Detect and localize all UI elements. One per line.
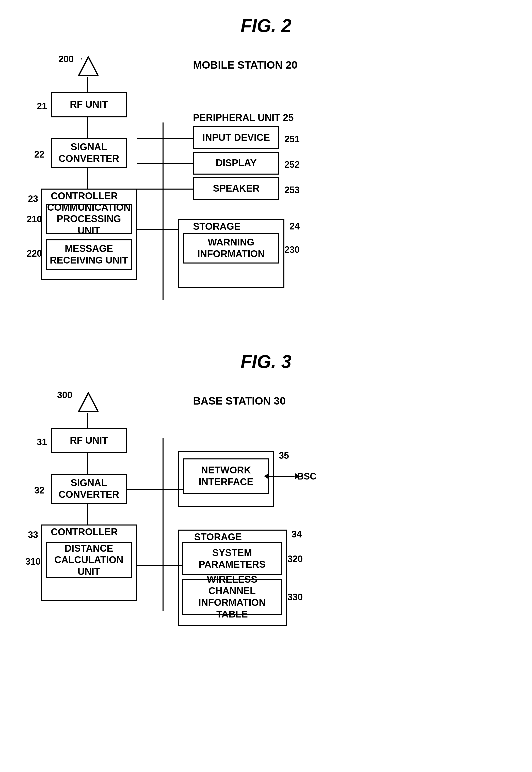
page: FIG. 2 MOBILE STATION 20 200 RF UNIT 21 … [0, 0, 532, 772]
line-sc-ctrl-fig3 [87, 504, 88, 525]
rf-unit-box-fig3: RF UNIT [51, 428, 127, 453]
mobile-station-label: MOBILE STATION 20 [193, 59, 297, 71]
bsc-line [269, 476, 295, 477]
warning-info-id: 230 [284, 244, 300, 255]
wireless-channel-id: 330 [287, 592, 303, 603]
input-device-box: INPUT DEVICE [193, 126, 279, 149]
signal-converter-box-fig3: SIGNAL CONVERTER [51, 474, 127, 504]
h-line-ctrl-storage-fig3 [137, 565, 183, 566]
ctrl-id-fig2: 23 [28, 194, 38, 204]
display-box: DISPLAY [193, 152, 279, 175]
storage-label-fig2: STORAGE [193, 221, 240, 232]
signal-converter-box-fig2: SIGNAL CONVERTER [51, 138, 127, 168]
distance-calc-id: 310 [25, 556, 41, 567]
storage-label-fig3: STORAGE [194, 532, 242, 543]
h-line-to-speaker [137, 188, 193, 189]
sc-id-fig2: 22 [34, 149, 44, 160]
center-divider-fig2 [163, 122, 164, 300]
sys-params-id: 320 [287, 554, 303, 564]
fig3-diagram: BASE STATION 30 300 RF UNIT 31 SIGNAL CO… [20, 387, 512, 667]
antenna-fig3 [78, 393, 99, 414]
input-device-id: 251 [284, 134, 300, 145]
controller-label-fig2: CONTROLLER [51, 191, 118, 201]
center-divider-fig3 [163, 438, 164, 611]
bsc-label: BSC [297, 471, 316, 482]
line-rf-sc-fig3 [87, 453, 88, 474]
line-ant-rf-fig3 [87, 413, 88, 428]
svg-marker-1 [79, 393, 98, 412]
network-interface-box: NETWORK INTERFACE [183, 459, 269, 494]
line-ant-rf [87, 77, 88, 92]
fig3-title: FIG. 3 [20, 351, 512, 372]
msg-recv-box: MESSAGE RECEIVING UNIT [46, 239, 132, 270]
display-id: 252 [284, 159, 300, 170]
rf-unit-id-fig2: 21 [37, 101, 47, 112]
warning-info-box: WARNING INFORMATION [183, 233, 279, 263]
ctrl-id-fig3: 33 [28, 530, 38, 540]
storage-id-fig2: 24 [289, 221, 300, 232]
speaker-id: 253 [284, 185, 300, 195]
h-line-sc-ni [127, 489, 183, 490]
ni-id: 35 [279, 450, 289, 461]
antenna-label-fig2: 200 [58, 54, 74, 65]
base-station-label: BASE STATION 30 [193, 395, 286, 407]
h-line-to-input [137, 138, 193, 139]
svg-marker-0 [79, 57, 98, 75]
comm-proc-id: 210 [27, 214, 42, 225]
system-params-box: SYSTEM PARAMETERS [182, 542, 282, 575]
bsc-arrow [264, 473, 269, 479]
peripheral-unit-label: PERIPHERAL UNIT 25 [193, 112, 294, 123]
fig2-diagram: MOBILE STATION 20 200 RF UNIT 21 SIGNAL … [20, 51, 512, 331]
wireless-channel-box: WIRELESS CHANNEL INFORMATION TABLE [182, 579, 282, 615]
h-line-ctrl-storage [137, 229, 178, 230]
fig2-title: FIG. 2 [20, 15, 512, 36]
comm-proc-box: COMMUNICATION PROCESSING UNIT [46, 204, 132, 234]
line-sc-ctrl [87, 168, 88, 188]
bsc-arrow-right [295, 473, 300, 479]
h-line-to-display [137, 163, 193, 164]
distance-calc-box: DISTANCE CALCULATION UNIT [46, 542, 132, 578]
line-rf-sc [87, 117, 88, 138]
controller-label-fig3: CONTROLLER [51, 527, 118, 538]
rf-unit-box-fig2: RF UNIT [51, 92, 127, 117]
rf-unit-id-fig3: 31 [37, 437, 47, 448]
storage-id-fig3: 34 [292, 529, 302, 540]
antenna-fig2 [78, 56, 99, 78]
antenna-label-fig3: 300 [57, 390, 72, 401]
sc-id-fig3: 32 [34, 485, 44, 496]
msg-recv-id: 220 [27, 248, 42, 259]
speaker-box: SPEAKER [193, 177, 279, 200]
